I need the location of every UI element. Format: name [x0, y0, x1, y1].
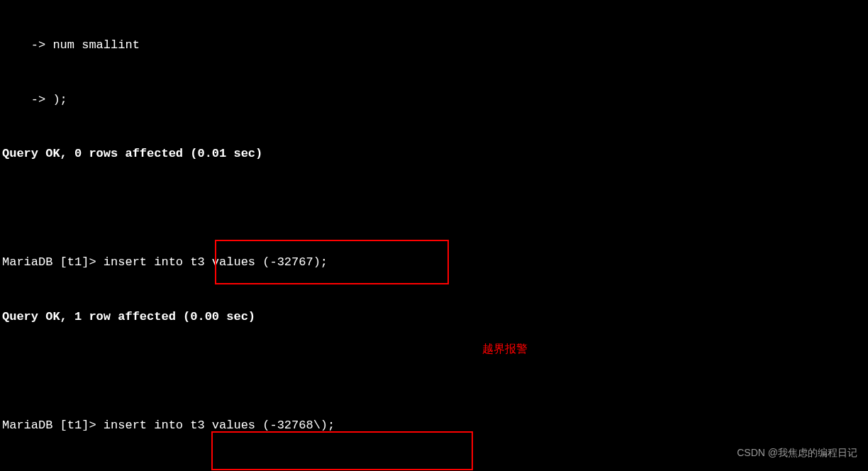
terminal-output: -> num smallint -> ); Query OK, 0 rows a…: [2, 0, 866, 471]
terminal-line: -> );: [2, 91, 866, 109]
watermark-text: CSDN @我焦虑的编程日记: [737, 445, 857, 460]
terminal-line: Query OK, 0 rows affected (0.01 sec): [2, 145, 866, 163]
terminal-line: [2, 199, 866, 218]
terminal-line: [2, 362, 866, 380]
terminal-line: MariaDB [t1]> insert into t3 values (-32…: [2, 416, 866, 435]
annotation-overflow-warning: 越界报警: [482, 340, 528, 358]
terminal-line: -> num smallint: [2, 36, 866, 55]
terminal-line: Query OK, 1 row affected (0.00 sec): [2, 308, 866, 326]
terminal-line: MariaDB [t1]> insert into t3 values (-32…: [2, 253, 866, 272]
